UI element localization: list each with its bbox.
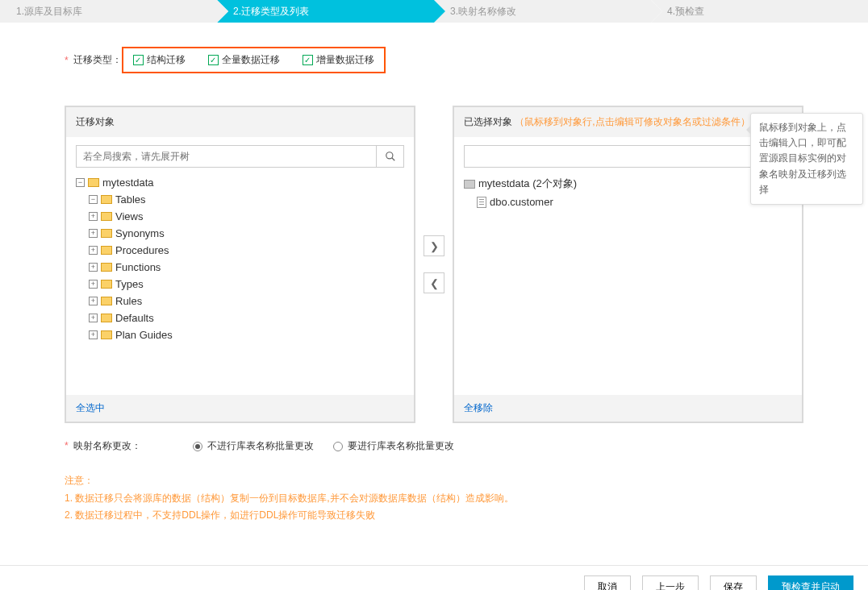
selected-search	[464, 145, 792, 168]
selected-hint: （鼠标移到对象行,点击编辑可修改对象名或过滤条件）	[515, 116, 749, 127]
expand-icon[interactable]: +	[89, 229, 98, 238]
folder-icon	[101, 229, 112, 238]
folder-icon	[101, 280, 112, 289]
notice-line: 1. 数据迁移只会将源库的数据（结构）复制一份到目标数据库,并不会对源数据库数据…	[65, 490, 803, 508]
notice-line: 2. 数据迁移过程中，不支持DDL操作，如进行DDL操作可能导致迁移失败	[65, 507, 803, 525]
source-tree: −mytestdata −Tables +Views +Synonyms +Pr…	[76, 174, 404, 343]
source-search	[76, 145, 404, 168]
folder-icon	[101, 314, 112, 322]
check-icon: ✓	[303, 55, 313, 65]
tree-node[interactable]: +Procedures	[76, 242, 404, 259]
prev-button[interactable]: 上一步	[642, 575, 699, 590]
tree-node[interactable]: +Plan Guides	[76, 326, 404, 343]
tree-node[interactable]: +Views	[76, 208, 404, 225]
collapse-icon[interactable]: −	[89, 195, 98, 204]
precheck-button[interactable]: 预检查并启动	[768, 575, 853, 590]
folder-icon	[101, 297, 112, 305]
folder-icon	[101, 195, 112, 204]
tree-root[interactable]: −mytestdata	[76, 174, 404, 191]
selected-root[interactable]: mytestdata (2个对象)	[464, 174, 792, 193]
mapping-opt-no[interactable]: 不进行库表名称批量更改	[193, 439, 314, 453]
expand-icon[interactable]: +	[89, 280, 98, 289]
tree-node[interactable]: +Functions	[76, 259, 404, 276]
selected-title: 已选择对象	[464, 116, 512, 127]
mapping-opt-yes[interactable]: 要进行库表名称批量更改	[333, 439, 454, 453]
selected-tree: mytestdata (2个对象) dbo.customer	[464, 174, 792, 210]
tree-node[interactable]: +Synonyms	[76, 225, 404, 242]
step-4[interactable]: 4.预检查	[651, 0, 868, 23]
mapping-row: *映射名称更改： 不进行库表名称批量更改 要进行库表名称批量更改	[65, 439, 803, 453]
expand-icon[interactable]: +	[89, 330, 98, 339]
folder-icon	[101, 330, 112, 339]
select-all-link[interactable]: 全选中	[66, 395, 414, 422]
radio-icon	[333, 442, 343, 451]
svg-line-1	[391, 158, 394, 161]
cancel-button[interactable]: 取消	[584, 575, 631, 590]
search-icon[interactable]	[376, 146, 403, 167]
svg-point-0	[386, 152, 392, 159]
chk-incremental[interactable]: ✓增量数据迁移	[303, 53, 374, 67]
notice-block: 注意： 1. 数据迁移只会将源库的数据（结构）复制一份到目标数据库,并不会对源数…	[65, 472, 803, 525]
save-button[interactable]: 保存	[710, 575, 757, 590]
expand-icon[interactable]: +	[89, 297, 98, 305]
chk-full[interactable]: ✓全量数据迁移	[208, 53, 280, 67]
remove-all-link[interactable]: 全移除	[454, 395, 802, 422]
radio-icon	[193, 442, 202, 451]
expand-icon[interactable]: +	[89, 212, 98, 221]
transfer-buttons: ❯ ❮	[424, 106, 444, 423]
source-panel-title: 迁移对象	[66, 107, 414, 137]
folder-icon	[101, 263, 112, 272]
migration-type-box: ✓结构迁移 ✓全量数据迁移 ✓增量数据迁移	[122, 47, 386, 73]
folder-icon	[101, 212, 112, 221]
selected-search-input[interactable]	[465, 146, 764, 167]
wizard-steps: 1.源库及目标库 2.迁移类型及列表 3.映射名称修改 4.预检查	[0, 0, 868, 23]
tree-node[interactable]: +Types	[76, 276, 404, 293]
expand-icon[interactable]: +	[89, 263, 98, 272]
check-icon: ✓	[208, 55, 219, 65]
migration-type-row: * 迁移类型： ✓结构迁移 ✓全量数据迁移 ✓增量数据迁移	[65, 47, 803, 73]
footer-actions: 取消 上一步 保存 预检查并启动	[0, 565, 868, 590]
expand-icon[interactable]: +	[89, 314, 98, 322]
selected-item[interactable]: dbo.customer	[464, 193, 792, 210]
step-2[interactable]: 2.迁移类型及列表	[217, 0, 434, 23]
chk-structure[interactable]: ✓结构迁移	[133, 53, 186, 67]
remove-button[interactable]: ❮	[424, 272, 444, 293]
step-1[interactable]: 1.源库及目标库	[0, 0, 217, 23]
tree-node[interactable]: +Rules	[76, 293, 404, 310]
source-objects-panel: 迁移对象 −mytestdata −Tables +Views +Synonym…	[65, 106, 415, 423]
expand-icon[interactable]: +	[89, 246, 98, 255]
mapping-label: 映射名称更改：	[73, 440, 141, 451]
tree-node[interactable]: +Defaults	[76, 310, 404, 326]
collapse-icon[interactable]: −	[76, 178, 85, 187]
required-marker: *	[65, 55, 69, 66]
migration-type-label: 迁移类型：	[73, 53, 122, 67]
source-search-input[interactable]	[77, 146, 376, 167]
notice-title: 注意：	[65, 472, 803, 490]
folder-icon	[88, 178, 99, 187]
folder-icon	[464, 180, 475, 189]
required-marker: *	[65, 440, 69, 451]
add-button[interactable]: ❯	[424, 235, 444, 256]
file-icon	[477, 197, 486, 208]
folder-icon	[101, 246, 112, 255]
check-icon: ✓	[133, 55, 144, 65]
step-3[interactable]: 3.映射名称修改	[434, 0, 651, 23]
hint-tooltip: 鼠标移到对象上，点击编辑入口，即可配置源跟目标实例的对象名映射及迁移列选择	[750, 113, 863, 205]
tree-node[interactable]: −Tables	[76, 191, 404, 208]
